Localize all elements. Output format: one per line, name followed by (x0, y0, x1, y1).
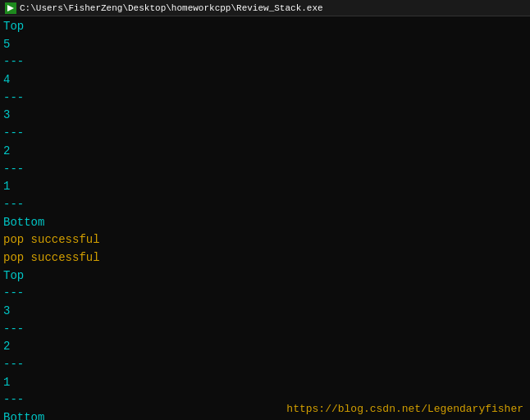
watermark: https://blog.csdn.net/Legendaryfisher (286, 403, 523, 415)
console-line: 1 (3, 178, 527, 196)
console-output: Top5---4---3---2---1---Bottompop success… (3, 18, 527, 420)
console-line: --- (3, 161, 527, 179)
console-line: 3 (3, 107, 527, 125)
title-bar: C:\Users\FisherZeng\Desktop\homeworkcpp\… (0, 0, 530, 16)
console-line: --- (3, 356, 527, 374)
console-line: 1 (3, 374, 527, 392)
console-line: pop successful (3, 249, 527, 267)
console-line: --- (3, 125, 527, 143)
console-line: --- (3, 53, 527, 71)
console-line: 2 (3, 338, 527, 356)
console-line: Top (3, 267, 527, 285)
console-line: 3 (3, 303, 527, 321)
console-line: 5 (3, 36, 527, 54)
console-line: Top (3, 18, 527, 36)
console-line: --- (3, 285, 527, 303)
title-text: C:\Users\FisherZeng\Desktop\homeworkcpp\… (20, 3, 323, 13)
console-line: pop successful (3, 231, 527, 249)
console-body: Top5---4---3---2---1---Bottompop success… (0, 16, 530, 420)
console-line: --- (3, 89, 527, 107)
console-line: 4 (3, 71, 527, 89)
console-line: --- (3, 196, 527, 214)
app-icon (5, 2, 16, 14)
console-line: --- (3, 321, 527, 339)
console-line: Bottom (3, 214, 527, 232)
console-line: 2 (3, 143, 527, 161)
